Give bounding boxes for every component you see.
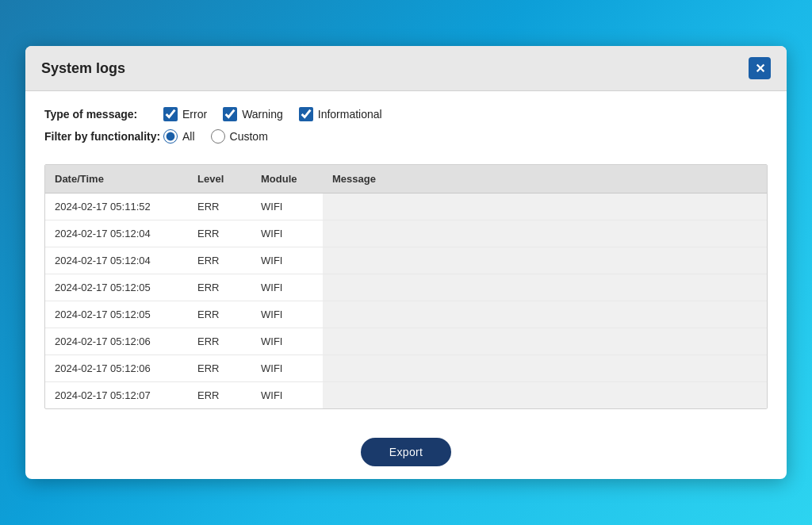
cell-datetime: 2024-02-17 05:12:07 <box>45 382 188 409</box>
col-header-level: Level <box>188 165 251 194</box>
col-header-datetime: Date/Time <box>45 165 188 194</box>
cell-datetime: 2024-02-17 05:12:05 <box>45 274 188 301</box>
cell-level: ERR <box>188 382 251 409</box>
all-radio[interactable] <box>163 129 178 144</box>
cell-level: ERR <box>188 355 251 382</box>
cell-datetime: 2024-02-17 05:12:06 <box>45 355 188 382</box>
cell-module: WIFI <box>251 247 323 274</box>
log-table-body: 2024-02-17 05:11:52ERRWIFI2024-02-17 05:… <box>45 194 767 409</box>
cell-message <box>323 355 767 382</box>
table-header-row: Date/Time Level Module Message <box>45 165 767 194</box>
cell-datetime: 2024-02-17 05:12:06 <box>45 328 188 355</box>
functionality-filter-label: Filter by functionality: <box>44 130 163 143</box>
radio-item-custom[interactable]: Custom <box>211 129 268 144</box>
cell-module: WIFI <box>251 355 323 382</box>
cell-message <box>323 274 767 301</box>
cell-module: WIFI <box>251 301 323 328</box>
informational-checkbox[interactable] <box>299 107 313 121</box>
col-header-module: Module <box>251 165 323 194</box>
cell-message <box>323 301 767 328</box>
warning-checkbox[interactable] <box>223 107 237 121</box>
custom-radio-label: Custom <box>230 130 268 143</box>
cell-datetime: 2024-02-17 05:11:52 <box>45 194 188 220</box>
cell-level: ERR <box>188 194 251 220</box>
type-filter-row: Type of message: Error Warning Informati… <box>44 107 768 121</box>
table-row: 2024-02-17 05:12:04ERRWIFI <box>45 247 767 274</box>
col-header-message: Message <box>323 165 767 194</box>
table-row: 2024-02-17 05:12:05ERRWIFI <box>45 274 767 301</box>
cell-module: WIFI <box>251 274 323 301</box>
warning-label: Warning <box>242 108 283 121</box>
cell-level: ERR <box>188 247 251 274</box>
dialog-header: System logs ✕ <box>25 46 787 91</box>
cell-module: WIFI <box>251 220 323 247</box>
cell-message <box>323 247 767 274</box>
cell-datetime: 2024-02-17 05:12:04 <box>45 220 188 247</box>
cell-datetime: 2024-02-17 05:12:04 <box>45 247 188 274</box>
log-table-container: Date/Time Level Module Message 2024-02-1… <box>44 164 768 409</box>
error-label: Error <box>182 108 207 121</box>
system-logs-dialog: System logs ✕ Type of message: Error War… <box>25 46 787 479</box>
cell-message <box>323 382 767 409</box>
dialog-body: Type of message: Error Warning Informati… <box>25 91 787 425</box>
functionality-radio-group: All Custom <box>163 129 268 144</box>
cell-module: WIFI <box>251 382 323 409</box>
custom-radio[interactable] <box>211 129 225 144</box>
error-checkbox[interactable] <box>163 107 178 121</box>
dialog-footer: Export <box>25 425 787 479</box>
export-button[interactable]: Export <box>361 438 451 466</box>
informational-label: Informational <box>318 108 382 121</box>
table-row: 2024-02-17 05:12:07ERRWIFI <box>45 382 767 409</box>
cell-message <box>323 220 767 247</box>
table-row: 2024-02-17 05:12:04ERRWIFI <box>45 220 767 247</box>
log-table: Date/Time Level Module Message 2024-02-1… <box>45 165 767 408</box>
cell-level: ERR <box>188 220 251 247</box>
type-checkbox-group: Error Warning Informational <box>163 107 382 121</box>
checkbox-item-informational[interactable]: Informational <box>299 107 382 121</box>
filters-section: Type of message: Error Warning Informati… <box>44 107 768 151</box>
cell-level: ERR <box>188 328 251 355</box>
close-button[interactable]: ✕ <box>749 57 771 79</box>
cell-level: ERR <box>188 274 251 301</box>
all-radio-label: All <box>182 130 195 143</box>
cell-message <box>323 328 767 355</box>
checkbox-item-warning[interactable]: Warning <box>223 107 283 121</box>
table-row: 2024-02-17 05:12:06ERRWIFI <box>45 328 767 355</box>
functionality-filter-row: Filter by functionality: All Custom <box>44 129 768 144</box>
cell-module: WIFI <box>251 194 323 220</box>
cell-level: ERR <box>188 301 251 328</box>
table-row: 2024-02-17 05:12:05ERRWIFI <box>45 301 767 328</box>
type-filter-label: Type of message: <box>44 108 163 121</box>
cell-module: WIFI <box>251 328 323 355</box>
dialog-title: System logs <box>41 60 125 77</box>
cell-message <box>323 194 767 220</box>
checkbox-item-error[interactable]: Error <box>163 107 207 121</box>
table-row: 2024-02-17 05:11:52ERRWIFI <box>45 194 767 220</box>
radio-item-all[interactable]: All <box>163 129 195 144</box>
table-row: 2024-02-17 05:12:06ERRWIFI <box>45 355 767 382</box>
cell-datetime: 2024-02-17 05:12:05 <box>45 301 188 328</box>
